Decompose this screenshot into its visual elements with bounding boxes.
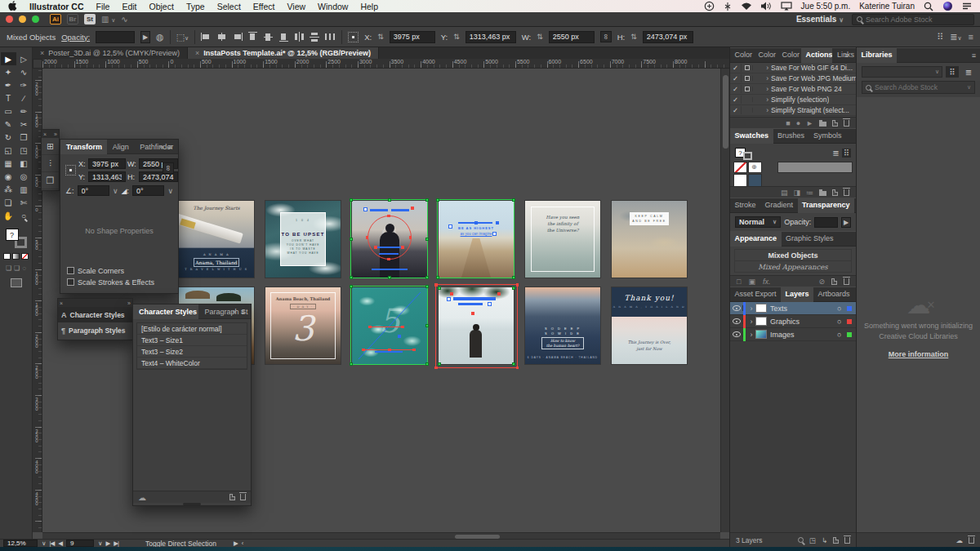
zoom-tool[interactable]: ○ bbox=[16, 209, 32, 222]
eyedropper-tool[interactable]: ◉ bbox=[1, 170, 16, 183]
artboard-number-field[interactable]: 9 bbox=[66, 540, 94, 547]
expand-icon[interactable]: › bbox=[753, 96, 771, 104]
scissors-tool[interactable]: ✂ bbox=[16, 118, 32, 131]
x-input[interactable] bbox=[92, 160, 122, 168]
bridge-icon[interactable]: Br bbox=[67, 14, 78, 24]
swatch[interactable] bbox=[733, 174, 747, 187]
pen-tool[interactable]: ✒ bbox=[1, 78, 16, 91]
swatch[interactable] bbox=[777, 162, 853, 173]
stroke-proxy[interactable] bbox=[743, 152, 752, 160]
color-button[interactable] bbox=[3, 253, 11, 260]
panel-tab[interactable]: Actions bbox=[801, 47, 833, 63]
layer-thumbnail[interactable] bbox=[755, 304, 767, 313]
rotate-tool[interactable]: ↻ bbox=[1, 131, 16, 144]
swatch-kinds-icon[interactable]: ◨ bbox=[793, 189, 800, 197]
fill-proxy[interactable]: ? bbox=[6, 229, 19, 241]
app-menu-title[interactable]: Illustrator CC bbox=[29, 2, 84, 11]
duplicate-item-icon[interactable] bbox=[831, 278, 837, 285]
free-transform-tool[interactable]: ❐ bbox=[16, 131, 32, 144]
align-left-icon[interactable] bbox=[201, 32, 212, 42]
dock-close-icon[interactable]: × bbox=[43, 131, 47, 137]
layer-thumbnail[interactable] bbox=[755, 317, 767, 326]
w-field[interactable] bbox=[549, 31, 595, 43]
volume-icon[interactable] bbox=[761, 2, 772, 11]
dock-expand-icon[interactable]: » bbox=[54, 131, 57, 137]
x-field[interactable] bbox=[88, 158, 126, 169]
draw-normal-icon[interactable]: ❏ bbox=[6, 264, 11, 272]
play-selection-icon[interactable]: ► bbox=[806, 119, 813, 127]
airplay-icon[interactable] bbox=[781, 2, 792, 11]
cc-share-icon[interactable]: ∿ bbox=[121, 15, 127, 24]
toggle-item-icon[interactable]: ✓ bbox=[730, 64, 742, 72]
first-artboard-icon[interactable]: |◀ bbox=[50, 540, 55, 547]
align-top-icon[interactable] bbox=[247, 32, 258, 42]
toggle-item-icon[interactable]: ✓ bbox=[730, 106, 742, 114]
x-input[interactable] bbox=[394, 33, 431, 41]
delete-item-icon[interactable] bbox=[844, 278, 849, 285]
vertical-scrollbar[interactable] bbox=[720, 69, 729, 532]
character-style-item[interactable]: Text4 – WhiteColor bbox=[137, 358, 247, 369]
artboard-5[interactable]: Have you seen the infinity of the Univer… bbox=[525, 201, 600, 278]
visibility-toggle[interactable] bbox=[730, 318, 743, 324]
tab-close-icon[interactable]: × bbox=[195, 49, 199, 57]
dialog-toggle[interactable] bbox=[742, 76, 753, 81]
swatch[interactable] bbox=[748, 162, 762, 173]
panel-tab[interactable]: Character Styles bbox=[133, 304, 198, 319]
doc-layout-icon[interactable]: ≣∨ bbox=[950, 32, 961, 42]
gradient-tool[interactable]: ◧ bbox=[16, 157, 32, 170]
draw-inside-icon[interactable]: ◌ bbox=[22, 264, 26, 272]
artboard-3-selected[interactable]: S bbox=[352, 201, 427, 278]
character-style-item[interactable]: Text3 – Size1 bbox=[137, 335, 247, 346]
artboard-tool[interactable]: ❏ bbox=[1, 196, 16, 209]
rotate-field[interactable] bbox=[78, 185, 109, 196]
y-input[interactable] bbox=[470, 33, 512, 41]
tab-close-icon[interactable]: × bbox=[40, 49, 44, 57]
collapse-icon[interactable]: « bbox=[160, 143, 164, 151]
apple-menu-icon[interactable] bbox=[8, 1, 17, 12]
stop-playing-icon[interactable]: ■ bbox=[786, 119, 790, 127]
h-input[interactable] bbox=[647, 33, 689, 41]
delete-layer-icon[interactable] bbox=[844, 537, 850, 544]
menu-item[interactable]: File bbox=[96, 2, 110, 11]
none-button[interactable] bbox=[21, 253, 29, 260]
spotlight-icon[interactable] bbox=[924, 2, 933, 11]
character-style-item[interactable]: Text3 – Size2 bbox=[137, 346, 247, 358]
h-input[interactable] bbox=[143, 173, 174, 181]
more-information-link[interactable]: More information bbox=[889, 350, 949, 358]
new-swatch-icon[interactable] bbox=[832, 189, 838, 196]
slice-tool[interactable]: ✄ bbox=[16, 196, 32, 209]
menu-user[interactable]: Katerine Tuiran bbox=[859, 2, 915, 11]
new-layer-icon[interactable] bbox=[833, 537, 839, 544]
toggle-item-icon[interactable]: ✓ bbox=[730, 96, 742, 104]
layer-thumbnail[interactable] bbox=[755, 330, 767, 339]
zoom-dropdown-icon[interactable]: ∨ bbox=[42, 540, 46, 547]
lasso-tool[interactable]: ∿ bbox=[16, 65, 32, 78]
dialog-toggle[interactable] bbox=[742, 87, 753, 91]
panel-menu-icon[interactable]: ≡ bbox=[168, 143, 172, 151]
grid-view-icon[interactable]: ⠿ bbox=[842, 149, 851, 158]
artboard-6[interactable]: KEEP CALM AND BE FREE bbox=[612, 201, 687, 278]
artboard-dropdown-icon[interactable]: ∨ bbox=[98, 540, 102, 547]
list-view-icon[interactable]: ≣ bbox=[832, 149, 839, 158]
panel-tab[interactable]: Gradient bbox=[760, 198, 798, 213]
scroll-thumb[interactable] bbox=[455, 535, 500, 539]
last-artboard-icon[interactable]: ▶| bbox=[114, 540, 118, 547]
rectangle-tool[interactable]: ▭ bbox=[1, 104, 16, 118]
stock-search-input[interactable] bbox=[866, 16, 964, 24]
panel-tab[interactable]: Color bbox=[730, 47, 754, 63]
menu-clock[interactable]: Jue 5:50 p.m. bbox=[801, 2, 851, 11]
selection-tool[interactable]: ▶ bbox=[1, 52, 16, 65]
keyboard-brightness-icon[interactable] bbox=[724, 2, 732, 11]
distribute-spacing-icon[interactable] bbox=[325, 32, 336, 42]
cc-sync-icon[interactable]: ☁ bbox=[956, 536, 964, 544]
panel-tab[interactable]: Libraries bbox=[857, 47, 897, 63]
resize-handle[interactable] bbox=[183, 503, 201, 505]
select-similar-icon[interactable]: ⬚∨ bbox=[176, 32, 189, 42]
delete-swatch-icon[interactable] bbox=[844, 189, 849, 196]
collapse-icon[interactable]: « bbox=[233, 308, 237, 316]
siri-icon[interactable] bbox=[942, 1, 953, 11]
x-field[interactable] bbox=[390, 31, 435, 43]
ruler-origin[interactable] bbox=[33, 59, 42, 69]
visibility-toggle[interactable] bbox=[730, 305, 743, 311]
new-stroke-icon[interactable]: □ bbox=[737, 278, 741, 286]
